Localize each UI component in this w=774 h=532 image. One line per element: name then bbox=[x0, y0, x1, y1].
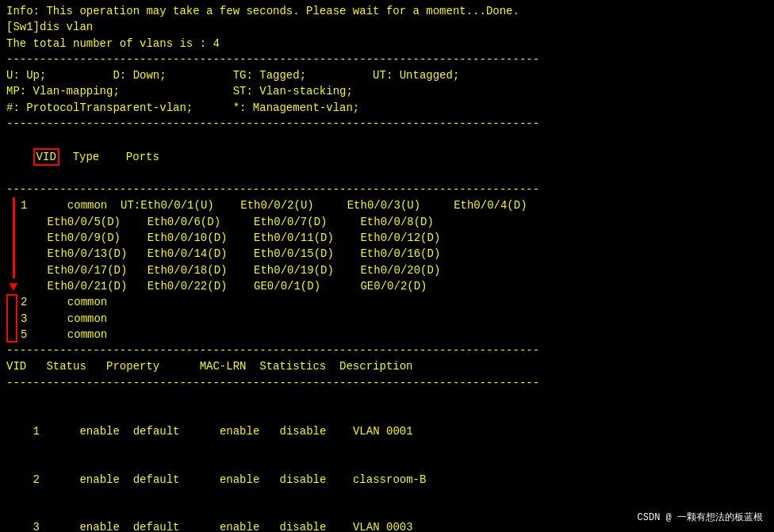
vlan5-row: 5 common bbox=[21, 327, 107, 343]
separator-3: ----------------------------------------… bbox=[6, 182, 768, 197]
vlan-lower-content: 2 common 3 common 5 common bbox=[21, 294, 107, 343]
vlan2-row: 2 common bbox=[21, 294, 107, 310]
sr3-desc: VLAN 0003 bbox=[353, 521, 413, 532]
separator-2: ----------------------------------------… bbox=[6, 116, 768, 132]
vid-label: VID bbox=[33, 148, 59, 166]
separator-4: ----------------------------------------… bbox=[6, 343, 768, 358]
vlan1-type: common bbox=[67, 199, 107, 212]
vlan1-port-line-5: Eth0/0/21(D) Eth0/0/22(D) GE0/0/1(D) GE0… bbox=[21, 278, 527, 294]
vlan3-type: common bbox=[67, 312, 107, 325]
sr2-vid: 2 bbox=[33, 473, 40, 486]
sr2-prop: default bbox=[133, 473, 180, 486]
status-row-2: 2 enable default enable disable classroo… bbox=[6, 455, 768, 503]
sr1-vid: 1 bbox=[33, 425, 40, 438]
sr3-maclrn: enable bbox=[220, 521, 259, 532]
sr2-maclrn: enable bbox=[220, 473, 259, 486]
arrow-down-icon: ▼ bbox=[10, 280, 18, 294]
prompt-line: [Sw1]dis vlan bbox=[6, 19, 768, 35]
legend-line-2: MP: Vlan-mapping; ST: Vlan-stacking; bbox=[6, 83, 768, 99]
sr1-maclrn: enable bbox=[220, 425, 259, 438]
separator-1: ----------------------------------------… bbox=[6, 52, 768, 67]
status-row-1: 1 enable default enable disable VLAN 000… bbox=[6, 407, 768, 455]
empty-line bbox=[6, 391, 768, 407]
vlan1-port-line-1: Eth0/0/5(D) Eth0/0/6(D) Eth0/0/7(D) Eth0… bbox=[21, 214, 527, 230]
type-ports-label: Type Ports bbox=[59, 151, 159, 163]
vlan3-vid: 3 bbox=[21, 312, 27, 325]
arrow-area: ▼ bbox=[6, 197, 21, 294]
vlan5-vid: 5 bbox=[21, 328, 27, 341]
vlan3-row: 3 common bbox=[21, 311, 107, 327]
vlan1-block: ▼ 1 common UT:Eth0/0/1(U) Eth0/0/2(U) Et… bbox=[6, 197, 768, 294]
vlan1-content: 1 common UT:Eth0/0/1(U) Eth0/0/2(U) Eth0… bbox=[21, 197, 527, 294]
vlan-left-border-box bbox=[6, 294, 17, 343]
status-header: VID Status Property MAC-LRN Statistics D… bbox=[6, 358, 768, 374]
sr2-status: enable bbox=[79, 473, 119, 486]
arrow-line-top bbox=[13, 197, 15, 278]
sr3-vid: 3 bbox=[33, 521, 40, 532]
sr1-desc: VLAN 0001 bbox=[353, 425, 413, 438]
sr1-stats: disable bbox=[280, 425, 327, 438]
legend-line-1: U: Up; D: Down; TG: Tagged; UT: Untagged… bbox=[6, 67, 768, 83]
vlan5-type: common bbox=[67, 328, 107, 341]
vlan-lower-block: 2 common 3 common 5 common bbox=[6, 294, 768, 343]
separator-5: ----------------------------------------… bbox=[6, 375, 768, 391]
vlan1-port-line-4: Eth0/0/17(D) Eth0/0/18(D) Eth0/0/19(D) E… bbox=[21, 262, 527, 278]
sr1-status: enable bbox=[79, 425, 119, 438]
vlan2-vid: 2 bbox=[21, 296, 27, 308]
info-line: Info: This operation may take a few seco… bbox=[6, 3, 768, 19]
vlan1-port-line-3: Eth0/0/13(D) Eth0/0/14(D) Eth0/0/15(D) E… bbox=[21, 246, 527, 262]
watermark: CSDN @ 一颗有想法的板蓝根 bbox=[633, 509, 768, 526]
vlan-count-line: The total number of vlans is : 4 bbox=[6, 36, 768, 52]
vid-header-row: VID Type Ports bbox=[6, 132, 768, 182]
sr3-stats: disable bbox=[280, 521, 327, 532]
sr3-prop: default bbox=[133, 521, 180, 532]
sr1-prop: default bbox=[133, 425, 180, 438]
legend-line-3: #: ProtocolTransparent-vlan; *: Manageme… bbox=[6, 100, 768, 116]
sr2-desc: classroom-B bbox=[353, 473, 426, 486]
vlan1-vid: 1 bbox=[21, 199, 27, 212]
vlan2-type: common bbox=[67, 296, 107, 308]
sr3-status: enable bbox=[79, 521, 119, 532]
terminal: Info: This operation may take a few seco… bbox=[0, 0, 774, 532]
sr2-stats: disable bbox=[280, 473, 327, 486]
vlan1-port-0: UT:Eth0/0/1(U) Eth0/0/2(U) Eth0/0/3(U) E… bbox=[121, 199, 527, 212]
vlan1-first-line: 1 common UT:Eth0/0/1(U) Eth0/0/2(U) Eth0… bbox=[21, 197, 527, 213]
vlan1-port-line-2: Eth0/0/9(D) Eth0/0/10(D) Eth0/0/11(D) Et… bbox=[21, 230, 527, 246]
